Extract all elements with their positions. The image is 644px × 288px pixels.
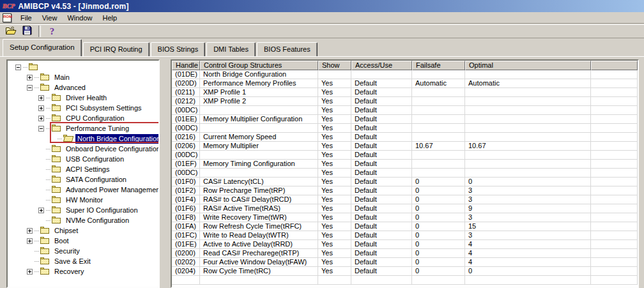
- table-row[interactable]: (01FA)Row Refresh Cycle Time(tRFC)YesDef…: [172, 222, 638, 231]
- expand-toggle[interactable]: [38, 105, 44, 111]
- cell-extra: [591, 231, 638, 240]
- expand-toggle[interactable]: [27, 75, 33, 80]
- setup-tree-panel: MainAdvancedDriver HealthPCI Subsystem S…: [6, 59, 160, 288]
- column-header-handle[interactable]: Handle: [172, 61, 200, 70]
- table-row[interactable]: (0206)Memory MultiplierYesDefault10.6710…: [172, 142, 638, 151]
- table-row[interactable]: (020D)Performance Memory ProfilesYesDefa…: [172, 79, 638, 88]
- tree-item-hw-monitor[interactable]: HW Monitor: [8, 195, 158, 205]
- column-header-group[interactable]: Control Group Structures: [200, 61, 318, 70]
- configuration-tree: MainAdvancedDriver HealthPCI Subsystem S…: [8, 62, 158, 277]
- tab-setup-configuration[interactable]: Setup Configuration: [3, 39, 82, 56]
- folder-icon: [29, 63, 38, 71]
- table-row[interactable]: (01EE)Memory Multiplier ConfigurationYes…: [172, 115, 638, 124]
- tree-item-usb-configuration[interactable]: USB Configuration: [8, 154, 158, 164]
- folder-icon: [52, 196, 61, 204]
- tab-bios-features[interactable]: BIOS Features: [257, 42, 318, 56]
- table-row[interactable]: (01F2)Row Precharge Time(tRP)YesDefault0…: [172, 186, 638, 195]
- table-row[interactable]: (01EF)Memory Timing ConfigurationYesDefa…: [172, 160, 638, 169]
- cell-access: Default: [351, 249, 412, 258]
- cell-access: Default: [351, 240, 412, 249]
- column-header-show[interactable]: Show: [318, 61, 351, 70]
- table-row[interactable]: (01FC)Write to Read Delay(tWTR)YesDefaul…: [172, 231, 638, 240]
- tree-item-boot[interactable]: Boot: [8, 236, 158, 246]
- table-row[interactable]: (00DC)YesDefault: [172, 106, 638, 115]
- tree-item-advanced[interactable]: Advanced: [8, 82, 158, 93]
- table-row[interactable]: (0212)XMP Profile 2YesDefault: [172, 97, 638, 106]
- tree-item-onboard-device-configuration[interactable]: Onboard Device Configuration: [8, 144, 158, 154]
- tree-item-advanced-power-management[interactable]: Advanced Power Management: [8, 185, 158, 195]
- tab-dmi-tables[interactable]: DMI Tables: [206, 42, 256, 56]
- table-row[interactable]: (01F4)RAS# to CAS# Delay(tRCD)YesDefault…: [172, 195, 638, 204]
- tree-item-save-exit[interactable]: Save & Exit: [8, 256, 158, 266]
- column-header-failsafe[interactable]: Failsafe: [412, 61, 465, 70]
- expand-toggle[interactable]: [38, 95, 44, 101]
- tree-item-acpi-settings[interactable]: ACPI Settings: [8, 164, 158, 174]
- cell-show: Yes: [318, 249, 351, 258]
- cell-access: Default: [351, 160, 412, 169]
- menu-item-file[interactable]: File: [15, 13, 37, 22]
- cell-handle: (00DC): [172, 106, 200, 115]
- tree-item-main[interactable]: Main: [8, 72, 158, 82]
- table-row[interactable]: (01F0)CAS# Latency(tCL)YesDefault00: [172, 178, 638, 186]
- tree-item-root[interactable]: [8, 62, 158, 72]
- cell-failsafe: [412, 115, 465, 124]
- table-row[interactable]: (00DC)YesDefault: [172, 169, 638, 178]
- table-row[interactable]: (01F8)Write Recovery Time(tWR)YesDefault…: [172, 213, 638, 222]
- tab-bios-strings[interactable]: BIOS Strings: [151, 42, 206, 56]
- tab-pci-irq-routing[interactable]: PCI IRQ Routing: [83, 42, 150, 56]
- column-header-optimal[interactable]: Optimal: [465, 61, 591, 70]
- column-header-extra[interactable]: [591, 61, 638, 70]
- tree-item-security[interactable]: Security: [8, 246, 158, 256]
- tree-item-performance-tuning[interactable]: Performance Tuning: [8, 123, 158, 133]
- table-row[interactable]: [172, 276, 638, 285]
- menu-item-help[interactable]: Help: [98, 13, 123, 22]
- tree-item-chipset[interactable]: Chipset: [8, 225, 158, 236]
- expand-toggle[interactable]: [27, 85, 33, 91]
- table-row[interactable]: (00DC)YesDefault: [172, 124, 638, 133]
- tree-item-north-bridge-configuration[interactable]: North Bridge Configuration: [8, 133, 158, 144]
- table-row[interactable]: (0216)Current Memory SpeedYesDefault: [172, 133, 638, 142]
- cell-handle: (01EF): [172, 160, 200, 169]
- table-row[interactable]: (0200)Read CAS# Precharege(tRTP)YesDefau…: [172, 249, 638, 258]
- folder-icon: [52, 165, 61, 173]
- tree-item-recovery[interactable]: Recovery: [8, 266, 158, 277]
- table-row[interactable]: (01DE)North Bridge Configuration: [172, 70, 638, 79]
- expand-toggle[interactable]: [27, 228, 33, 234]
- cell-failsafe: 0: [412, 258, 465, 267]
- tree-item-sata-configuration[interactable]: SATA Configuration: [8, 174, 158, 185]
- cell-failsafe: Automatic: [412, 79, 465, 88]
- table-row[interactable]: (01FE)Active to Active Delay(tRRD)YesDef…: [172, 240, 638, 249]
- menu-item-view[interactable]: View: [37, 13, 63, 22]
- table-row[interactable]: (0202)Four Active Window Delay(tFAW)YesD…: [172, 258, 638, 267]
- table-row[interactable]: (0211)XMP Profile 1YesDefault: [172, 88, 638, 97]
- expand-toggle[interactable]: [27, 269, 33, 275]
- save-button[interactable]: [19, 25, 35, 38]
- tree-item-driver-health[interactable]: Driver Health: [8, 93, 158, 103]
- tree-item-pci-subsystem-settings[interactable]: PCI Subsystem Settings: [8, 103, 158, 113]
- cell-extra: [591, 249, 638, 258]
- open-file-button[interactable]: [3, 25, 19, 38]
- folder-icon: [52, 114, 61, 122]
- cell-optimal: 0: [465, 178, 591, 186]
- cell-failsafe: [412, 124, 465, 133]
- column-header-access[interactable]: Access/Use: [351, 61, 412, 70]
- table-row[interactable]: (00DC)YesDefault: [172, 151, 638, 160]
- expand-toggle[interactable]: [38, 116, 44, 121]
- cell-access: Default: [351, 169, 412, 178]
- cell-access: Default: [351, 222, 412, 231]
- tree-item-nvme-configuration[interactable]: NVMe Configuration: [8, 215, 158, 225]
- expand-toggle[interactable]: [27, 238, 33, 244]
- tree-item-super-io-configuration[interactable]: Super IO Configuration: [8, 205, 158, 215]
- table-row[interactable]: (0204)Row Cycle Time(tRC)YesDefault00: [172, 267, 638, 276]
- menu-item-window[interactable]: Window: [62, 13, 97, 22]
- cell-show: Yes: [318, 267, 351, 276]
- cell-optimal: 3: [465, 195, 591, 204]
- help-button[interactable]: ?: [44, 25, 60, 38]
- tree-item-cpu-configuration[interactable]: CPU Configuration: [8, 113, 158, 123]
- folder-icon: [52, 176, 61, 183]
- expand-toggle[interactable]: [15, 64, 21, 70]
- folder-icon: [52, 206, 61, 214]
- expand-toggle[interactable]: [38, 208, 44, 213]
- expand-toggle[interactable]: [38, 126, 44, 132]
- table-row[interactable]: (01F6)RAS# Active Time(tRAS)YesDefault09: [172, 204, 638, 213]
